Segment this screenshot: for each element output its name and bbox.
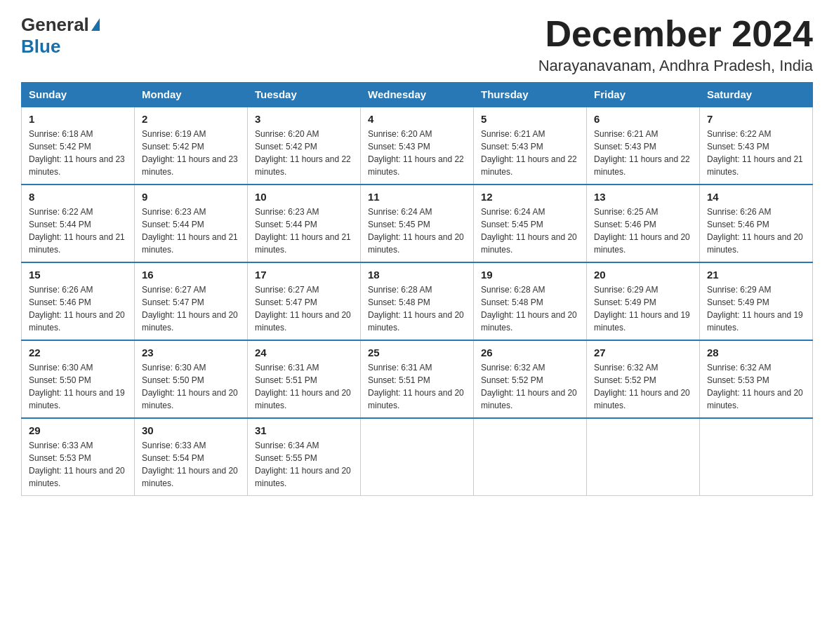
weekday-header-saturday: Saturday bbox=[700, 83, 813, 107]
day-detail: Sunrise: 6:24 AMSunset: 5:45 PMDaylight:… bbox=[368, 207, 464, 255]
calendar-cell: 18 Sunrise: 6:28 AMSunset: 5:48 PMDaylig… bbox=[361, 262, 474, 340]
day-number: 23 bbox=[142, 347, 240, 358]
day-detail: Sunrise: 6:30 AMSunset: 5:50 PMDaylight:… bbox=[142, 363, 238, 410]
calendar-cell: 24 Sunrise: 6:31 AMSunset: 5:51 PMDaylig… bbox=[248, 340, 361, 418]
day-number: 20 bbox=[594, 269, 692, 281]
calendar-week-row: 1 Sunrise: 6:18 AMSunset: 5:42 PMDayligh… bbox=[22, 107, 813, 185]
day-detail: Sunrise: 6:33 AMSunset: 5:54 PMDaylight:… bbox=[142, 441, 238, 488]
day-number: 4 bbox=[368, 113, 466, 125]
calendar-cell: 28 Sunrise: 6:32 AMSunset: 5:53 PMDaylig… bbox=[700, 340, 813, 418]
day-number: 11 bbox=[368, 191, 466, 203]
calendar-cell: 20 Sunrise: 6:29 AMSunset: 5:49 PMDaylig… bbox=[587, 262, 700, 340]
day-detail: Sunrise: 6:23 AMSunset: 5:44 PMDaylight:… bbox=[255, 207, 351, 255]
day-number: 8 bbox=[29, 191, 127, 203]
day-detail: Sunrise: 6:32 AMSunset: 5:52 PMDaylight:… bbox=[594, 363, 690, 410]
calendar-cell: 8 Sunrise: 6:22 AMSunset: 5:44 PMDayligh… bbox=[22, 185, 135, 262]
weekday-header-monday: Monday bbox=[135, 83, 248, 107]
day-detail: Sunrise: 6:21 AMSunset: 5:43 PMDaylight:… bbox=[481, 129, 577, 177]
day-detail: Sunrise: 6:29 AMSunset: 5:49 PMDaylight:… bbox=[707, 285, 803, 333]
day-detail: Sunrise: 6:21 AMSunset: 5:43 PMDaylight:… bbox=[594, 129, 690, 177]
calendar-cell: 25 Sunrise: 6:31 AMSunset: 5:51 PMDaylig… bbox=[361, 340, 474, 418]
day-detail: Sunrise: 6:22 AMSunset: 5:44 PMDaylight:… bbox=[29, 207, 125, 255]
day-detail: Sunrise: 6:28 AMSunset: 5:48 PMDaylight:… bbox=[368, 285, 464, 333]
day-number: 9 bbox=[142, 191, 240, 203]
weekday-header-friday: Friday bbox=[587, 83, 700, 107]
day-number: 26 bbox=[481, 347, 579, 358]
calendar-cell: 27 Sunrise: 6:32 AMSunset: 5:52 PMDaylig… bbox=[587, 340, 700, 418]
calendar-cell: 21 Sunrise: 6:29 AMSunset: 5:49 PMDaylig… bbox=[700, 262, 813, 340]
day-detail: Sunrise: 6:22 AMSunset: 5:43 PMDaylight:… bbox=[707, 129, 803, 177]
day-number: 24 bbox=[255, 347, 353, 358]
calendar-week-row: 15 Sunrise: 6:26 AMSunset: 5:46 PMDaylig… bbox=[22, 262, 813, 340]
day-detail: Sunrise: 6:26 AMSunset: 5:46 PMDaylight:… bbox=[29, 285, 125, 333]
calendar-week-row: 8 Sunrise: 6:22 AMSunset: 5:44 PMDayligh… bbox=[22, 185, 813, 262]
day-detail: Sunrise: 6:32 AMSunset: 5:53 PMDaylight:… bbox=[707, 363, 803, 410]
page-header: General Blue December 2024 Narayanavanam… bbox=[21, 14, 813, 75]
calendar-cell: 13 Sunrise: 6:25 AMSunset: 5:46 PMDaylig… bbox=[587, 185, 700, 262]
day-number: 10 bbox=[255, 191, 353, 203]
day-number: 19 bbox=[481, 269, 579, 281]
day-number: 18 bbox=[368, 269, 466, 281]
day-number: 6 bbox=[594, 113, 692, 125]
calendar-cell: 15 Sunrise: 6:26 AMSunset: 5:46 PMDaylig… bbox=[22, 262, 135, 340]
calendar-cell: 16 Sunrise: 6:27 AMSunset: 5:47 PMDaylig… bbox=[135, 262, 248, 340]
calendar-cell: 6 Sunrise: 6:21 AMSunset: 5:43 PMDayligh… bbox=[587, 107, 700, 185]
day-detail: Sunrise: 6:18 AMSunset: 5:42 PMDaylight:… bbox=[29, 129, 125, 177]
calendar-cell bbox=[474, 418, 587, 496]
month-title: December 2024 bbox=[538, 14, 813, 54]
weekday-header-thursday: Thursday bbox=[474, 83, 587, 107]
calendar-cell: 4 Sunrise: 6:20 AMSunset: 5:43 PMDayligh… bbox=[361, 107, 474, 185]
calendar-cell bbox=[700, 418, 813, 496]
day-detail: Sunrise: 6:20 AMSunset: 5:42 PMDaylight:… bbox=[255, 129, 351, 177]
logo-blue-text: Blue bbox=[21, 36, 60, 57]
calendar-cell: 10 Sunrise: 6:23 AMSunset: 5:44 PMDaylig… bbox=[248, 185, 361, 262]
calendar-cell: 2 Sunrise: 6:19 AMSunset: 5:42 PMDayligh… bbox=[135, 107, 248, 185]
day-detail: Sunrise: 6:25 AMSunset: 5:46 PMDaylight:… bbox=[594, 207, 690, 255]
calendar-cell: 17 Sunrise: 6:27 AMSunset: 5:47 PMDaylig… bbox=[248, 262, 361, 340]
weekday-header-sunday: Sunday bbox=[22, 83, 135, 107]
day-detail: Sunrise: 6:26 AMSunset: 5:46 PMDaylight:… bbox=[707, 207, 803, 255]
day-number: 3 bbox=[255, 113, 353, 125]
location-title: Narayanavanam, Andhra Pradesh, India bbox=[538, 57, 813, 75]
calendar-week-row: 29 Sunrise: 6:33 AMSunset: 5:53 PMDaylig… bbox=[22, 418, 813, 496]
day-detail: Sunrise: 6:27 AMSunset: 5:47 PMDaylight:… bbox=[142, 285, 238, 333]
weekday-header-wednesday: Wednesday bbox=[361, 83, 474, 107]
day-number: 28 bbox=[707, 347, 805, 358]
calendar-cell bbox=[587, 418, 700, 496]
day-detail: Sunrise: 6:29 AMSunset: 5:49 PMDaylight:… bbox=[594, 285, 690, 333]
day-detail: Sunrise: 6:32 AMSunset: 5:52 PMDaylight:… bbox=[481, 363, 577, 410]
day-number: 22 bbox=[29, 347, 127, 358]
calendar-cell bbox=[361, 418, 474, 496]
calendar-cell: 9 Sunrise: 6:23 AMSunset: 5:44 PMDayligh… bbox=[135, 185, 248, 262]
calendar-cell: 3 Sunrise: 6:20 AMSunset: 5:42 PMDayligh… bbox=[248, 107, 361, 185]
calendar-cell: 30 Sunrise: 6:33 AMSunset: 5:54 PMDaylig… bbox=[135, 418, 248, 496]
day-detail: Sunrise: 6:33 AMSunset: 5:53 PMDaylight:… bbox=[29, 441, 125, 488]
day-detail: Sunrise: 6:30 AMSunset: 5:50 PMDaylight:… bbox=[29, 363, 125, 410]
calendar-cell: 22 Sunrise: 6:30 AMSunset: 5:50 PMDaylig… bbox=[22, 340, 135, 418]
calendar-table: SundayMondayTuesdayWednesdayThursdayFrid… bbox=[21, 82, 813, 496]
calendar-cell: 26 Sunrise: 6:32 AMSunset: 5:52 PMDaylig… bbox=[474, 340, 587, 418]
day-number: 14 bbox=[707, 191, 805, 203]
day-number: 5 bbox=[481, 113, 579, 125]
calendar-week-row: 22 Sunrise: 6:30 AMSunset: 5:50 PMDaylig… bbox=[22, 340, 813, 418]
day-number: 25 bbox=[368, 347, 466, 358]
calendar-cell: 12 Sunrise: 6:24 AMSunset: 5:45 PMDaylig… bbox=[474, 185, 587, 262]
day-number: 17 bbox=[255, 269, 353, 281]
calendar-cell: 14 Sunrise: 6:26 AMSunset: 5:46 PMDaylig… bbox=[700, 185, 813, 262]
calendar-cell: 31 Sunrise: 6:34 AMSunset: 5:55 PMDaylig… bbox=[248, 418, 361, 496]
day-detail: Sunrise: 6:31 AMSunset: 5:51 PMDaylight:… bbox=[255, 363, 351, 410]
day-number: 30 bbox=[142, 424, 240, 436]
day-number: 15 bbox=[29, 269, 127, 281]
day-detail: Sunrise: 6:34 AMSunset: 5:55 PMDaylight:… bbox=[255, 441, 351, 488]
calendar-cell: 19 Sunrise: 6:28 AMSunset: 5:48 PMDaylig… bbox=[474, 262, 587, 340]
logo-triangle-icon bbox=[91, 18, 100, 31]
day-number: 7 bbox=[707, 113, 805, 125]
day-detail: Sunrise: 6:31 AMSunset: 5:51 PMDaylight:… bbox=[368, 363, 464, 410]
calendar-cell: 5 Sunrise: 6:21 AMSunset: 5:43 PMDayligh… bbox=[474, 107, 587, 185]
calendar-cell: 23 Sunrise: 6:30 AMSunset: 5:50 PMDaylig… bbox=[135, 340, 248, 418]
day-detail: Sunrise: 6:19 AMSunset: 5:42 PMDaylight:… bbox=[142, 129, 238, 177]
day-number: 31 bbox=[255, 424, 353, 436]
calendar-header-row: SundayMondayTuesdayWednesdayThursdayFrid… bbox=[22, 83, 813, 107]
calendar-cell: 1 Sunrise: 6:18 AMSunset: 5:42 PMDayligh… bbox=[22, 107, 135, 185]
day-number: 13 bbox=[594, 191, 692, 203]
